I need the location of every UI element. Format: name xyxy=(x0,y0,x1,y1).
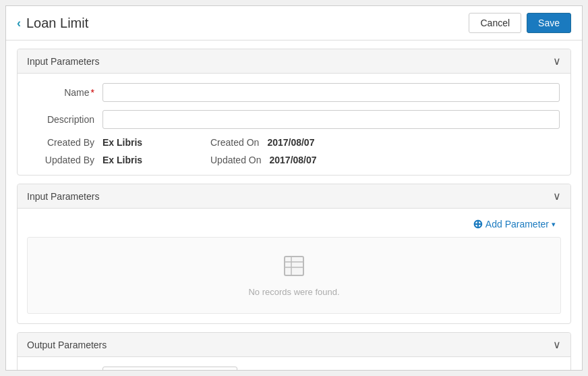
description-label: Description xyxy=(28,114,102,125)
back-button[interactable]: ‹ xyxy=(17,16,21,30)
add-parameter-label: Add Parameter xyxy=(486,219,549,230)
header-buttons: Cancel Save xyxy=(469,13,571,33)
loan-limit-row: Loan limit* xyxy=(28,367,560,370)
updated-on-group: Updated On 2017/08/07 xyxy=(210,155,317,165)
page-header: ‹ Loan Limit Cancel Save xyxy=(6,6,582,41)
updated-by-value: Ex Libris xyxy=(102,155,183,165)
page-content: Input Parameters ∨ Name* Description xyxy=(6,41,582,370)
section-output-parameters: Output Parameters ∨ Loan limit* xyxy=(17,332,571,370)
section-body-1: Name* Description Created By Ex Libris C… xyxy=(18,74,570,175)
created-on-label: Created On xyxy=(210,137,259,148)
svg-rect-0 xyxy=(285,257,303,275)
add-circle-icon: ⊕ xyxy=(473,217,483,232)
loan-limit-input[interactable] xyxy=(102,367,237,370)
empty-state: No records were found. xyxy=(27,237,561,314)
updated-by-label: Updated By xyxy=(28,155,102,165)
required-star: * xyxy=(91,87,94,98)
chevron-down-icon-2: ∨ xyxy=(553,190,561,203)
chevron-down-icon-1: ∨ xyxy=(553,55,561,68)
updated-by-row: Updated By Ex Libris Updated On 2017/08/… xyxy=(28,155,560,165)
updated-on-value: 2017/08/07 xyxy=(270,155,317,165)
add-parameter-button[interactable]: ⊕ Add Parameter ▾ xyxy=(467,214,561,234)
page-title: Loan Limit xyxy=(26,16,88,31)
section-body-3: Loan limit* xyxy=(18,357,570,370)
name-label: Name* xyxy=(28,87,102,98)
section-title-1: Input Parameters xyxy=(27,56,99,67)
description-row: Description xyxy=(28,110,560,129)
created-by-label: Created By xyxy=(28,137,102,148)
section-header-1[interactable]: Input Parameters ∨ xyxy=(18,49,570,74)
empty-records-text: No records were found. xyxy=(248,287,339,297)
created-on-group: Created On 2017/08/07 xyxy=(210,137,314,148)
chevron-down-icon-3: ∨ xyxy=(553,338,561,351)
name-input[interactable] xyxy=(102,83,560,102)
section-header-3[interactable]: Output Parameters ∨ xyxy=(18,333,570,357)
section-title-2: Input Parameters xyxy=(27,191,99,202)
section-input-parameters-2: Input Parameters ∨ ⊕ Add Parameter ▾ xyxy=(17,184,571,324)
empty-records-icon xyxy=(282,254,306,283)
section-input-parameters-1: Input Parameters ∨ Name* Description xyxy=(17,49,571,176)
created-on-value: 2017/08/07 xyxy=(267,137,314,148)
section-header-2[interactable]: Input Parameters ∨ xyxy=(18,184,570,209)
section-title-3: Output Parameters xyxy=(27,340,107,350)
description-input[interactable] xyxy=(102,110,560,129)
updated-on-label: Updated On xyxy=(210,155,262,165)
name-row: Name* xyxy=(28,83,560,102)
add-param-bar: ⊕ Add Parameter ▾ xyxy=(18,209,570,237)
save-button[interactable]: Save xyxy=(527,13,571,33)
created-by-row: Created By Ex Libris Created On 2017/08/… xyxy=(28,137,560,148)
cancel-button[interactable]: Cancel xyxy=(469,13,521,33)
created-by-value: Ex Libris xyxy=(102,137,183,148)
add-parameter-dropdown-icon: ▾ xyxy=(552,220,556,229)
